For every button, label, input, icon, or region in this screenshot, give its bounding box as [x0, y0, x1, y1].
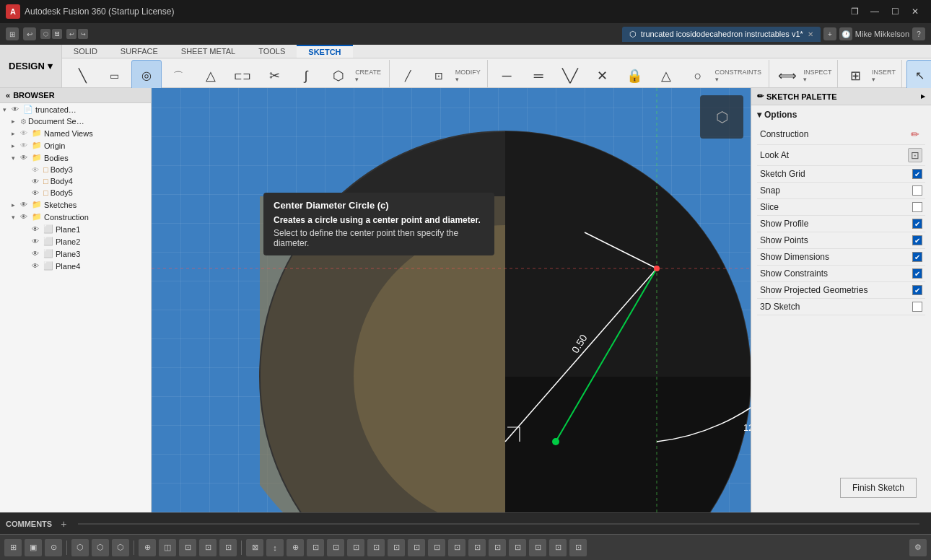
bb-layout6[interactable]: ⊡: [347, 539, 364, 556]
bb-layout9[interactable]: ⊡: [408, 539, 425, 556]
bb-display-mode[interactable]: ⬡: [92, 539, 109, 556]
eye-icon[interactable]: 👁: [32, 189, 42, 197]
rect-button[interactable]: ▭: [100, 60, 129, 92]
maximize-button[interactable]: ☐: [885, 3, 905, 20]
bb-layout13[interactable]: ⊡: [489, 539, 506, 556]
eye-icon[interactable]: 👁: [32, 237, 42, 245]
trim-button[interactable]: ✂: [259, 60, 289, 92]
tree-item-body5[interactable]: ▸ 👁 □ Body5: [0, 187, 151, 198]
show-constraints-checkbox[interactable]: ✔: [912, 268, 922, 279]
bb-layout14[interactable]: ⊡: [509, 539, 526, 556]
arc-button[interactable]: ⌒: [164, 60, 193, 92]
eye-icon[interactable]: 👁: [32, 262, 42, 270]
tab-sheet-metal[interactable]: SHEET METAL: [170, 45, 247, 58]
bb-visual-style[interactable]: ⬡: [112, 539, 129, 556]
tab-solid[interactable]: SOLID: [62, 45, 109, 58]
bb-select-paint[interactable]: ▣: [25, 539, 42, 556]
bb-layout10[interactable]: ⊡: [428, 539, 445, 556]
tree-item-named[interactable]: ▸ 👁 📁 Named Views: [0, 127, 151, 139]
restore-button[interactable]: ❐: [844, 3, 865, 20]
tab-tools[interactable]: TOOLS: [247, 45, 297, 58]
constraint-btn2[interactable]: ═: [524, 60, 554, 92]
close-button[interactable]: ✕: [905, 3, 925, 20]
construction-icon[interactable]: ✏: [908, 127, 922, 141]
show-profile-checkbox[interactable]: ✔: [912, 219, 922, 229]
bb-layout16[interactable]: ⊡: [549, 539, 567, 556]
show-projected-checkbox[interactable]: ✔: [912, 285, 922, 295]
tree-item-body4[interactable]: ▸ 👁 □ Body4: [0, 175, 151, 187]
bb-select-3d[interactable]: ⊙: [45, 539, 62, 556]
line-button[interactable]: ╲: [68, 60, 97, 92]
eye-icon[interactable]: 👁: [32, 225, 42, 233]
tree-item-bodies[interactable]: ▾ 👁 📁 Bodies: [0, 152, 151, 164]
tree-item-plane4[interactable]: ▸ 👁 ⬜ Plane4: [0, 260, 151, 272]
bb-layout5[interactable]: ⊡: [327, 539, 344, 556]
3d-sketch-checkbox[interactable]: [912, 302, 922, 312]
tree-item-docsettings[interactable]: ▸ ⚙ Document Se…: [0, 115, 151, 127]
tab-close-icon[interactable]: ✕: [808, 30, 813, 38]
bb-select-rect[interactable]: ⊞: [4, 539, 22, 556]
eye-icon[interactable]: 👁: [32, 250, 42, 258]
modify-btn1[interactable]: ╱: [394, 60, 423, 92]
constraint-btn1[interactable]: ─: [492, 60, 522, 92]
spline-button[interactable]: ∫: [292, 60, 321, 92]
show-dimensions-checkbox[interactable]: ✔: [912, 252, 922, 262]
minimize-button[interactable]: —: [865, 3, 885, 20]
canvas[interactable]: 0.50 120.0° Center Diameter Circle (c) C…: [152, 88, 751, 512]
bb-layout8[interactable]: ⊡: [388, 539, 405, 556]
circle-center-button[interactable]: ◎: [131, 60, 161, 92]
eye-icon[interactable]: 👁: [20, 213, 30, 221]
polygon-button[interactable]: ⬡: [323, 60, 353, 92]
tree-item-construction[interactable]: ▾ 👁 📁 Construction: [0, 211, 151, 223]
constraint-btn6[interactable]: ○: [683, 60, 712, 92]
tree-item-sketches[interactable]: ▸ 👁 📁 Sketches: [0, 198, 151, 211]
eye-icon[interactable]: 👁: [20, 129, 30, 137]
lookat-icon[interactable]: ⊡: [908, 148, 922, 162]
bb-move[interactable]: ⊕: [139, 539, 156, 556]
active-tab[interactable]: ⬡ truncated icosidodecahedron instructab…: [622, 27, 821, 42]
tree-item-body3[interactable]: ▸ 👁 □ Body3: [0, 164, 151, 175]
tree-item-origin[interactable]: ▸ 👁 📁 Origin: [0, 139, 151, 152]
tree-item-plane1[interactable]: ▸ 👁 ⬜ Plane1: [0, 223, 151, 235]
bb-layout17[interactable]: ⊡: [569, 539, 587, 556]
bb-orbit[interactable]: ⊡: [199, 539, 217, 556]
bb-grid[interactable]: ⊡: [179, 539, 196, 556]
slice-checkbox[interactable]: [912, 202, 922, 212]
constraint-btn4[interactable]: ✕: [587, 60, 617, 92]
select-button[interactable]: ↖: [906, 60, 931, 92]
bb-layout15[interactable]: ⊡: [529, 539, 546, 556]
design-button[interactable]: DESIGN ▾: [0, 45, 62, 87]
tree-item-root[interactable]: ▾ 👁 📄 truncated…: [0, 103, 151, 115]
triangle-button[interactable]: △: [196, 60, 225, 92]
finish-sketch-button[interactable]: Finish Sketch: [840, 478, 917, 498]
tree-item-plane2[interactable]: ▸ 👁 ⬜ Plane2: [0, 235, 151, 248]
eye-icon[interactable]: 👁: [20, 201, 30, 209]
bb-settings[interactable]: ⚙: [909, 539, 927, 556]
bb-layout2[interactable]: ↕: [266, 539, 284, 556]
sidebar-collapse-icon[interactable]: «: [6, 91, 10, 100]
bb-zoom[interactable]: ⊡: [219, 539, 237, 556]
inspect-button[interactable]: ⟺: [774, 60, 801, 92]
tree-item-plane3[interactable]: ▸ 👁 ⬜ Plane3: [0, 248, 151, 260]
bb-layout7[interactable]: ⊡: [367, 539, 385, 556]
sketch-grid-checkbox[interactable]: ✔: [912, 169, 922, 179]
eye-icon[interactable]: 👁: [20, 154, 30, 162]
slot-button[interactable]: ⊏⊐: [227, 60, 257, 92]
show-points-checkbox[interactable]: ✔: [912, 235, 922, 245]
tab-surface[interactable]: SURFACE: [109, 45, 170, 58]
bb-layout4[interactable]: ⊡: [307, 539, 324, 556]
constraint-btn5[interactable]: △: [651, 60, 681, 92]
tab-sketch[interactable]: SKETCH: [297, 45, 352, 58]
bb-visibility[interactable]: ⬡: [71, 539, 89, 556]
palette-collapse-icon[interactable]: ▸: [921, 92, 925, 101]
modify-btn2[interactable]: ⊡: [424, 60, 453, 92]
eye-icon[interactable]: 👁: [20, 141, 30, 149]
eye-icon[interactable]: 👁: [12, 105, 22, 113]
snap-checkbox[interactable]: [912, 185, 922, 196]
bb-layout1[interactable]: ⊠: [246, 539, 263, 556]
bb-layout3[interactable]: ⊕: [287, 539, 304, 556]
bb-pan[interactable]: ◫: [159, 539, 176, 556]
plus-button[interactable]: +: [61, 518, 66, 530]
constraint-lock[interactable]: 🔒: [619, 60, 649, 92]
eye-icon[interactable]: 👁: [32, 178, 42, 185]
